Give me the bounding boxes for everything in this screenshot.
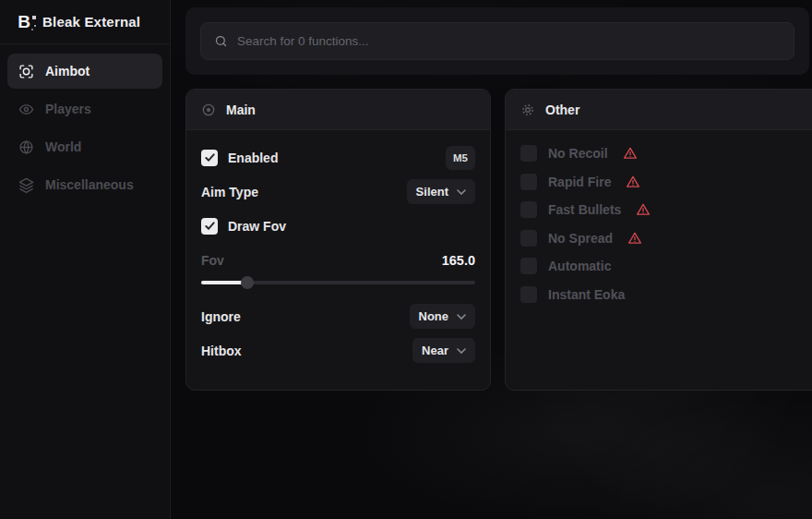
instant-eoka-checkbox[interactable] [520,286,537,303]
sidebar-header: B Bleak External [0,0,170,44]
sidebar-item-miscellaneous[interactable]: Miscellaneous [7,167,162,202]
rapid-fire-label: Rapid Fire [548,175,611,189]
no-recoil-checkbox[interactable] [520,145,537,162]
sidebar-item-label: Players [45,102,91,116]
crosshair-icon [18,64,34,79]
globe-icon [18,139,34,155]
search-icon [214,34,228,48]
panel-other: Other No Recoil Rapid Fire Fast Bullets [505,89,812,391]
panel-title: Main [226,103,256,117]
instant-eoka-row: Instant Eoka [520,286,808,303]
keybind-button[interactable]: M5 [446,146,475,170]
fov-row: Fov 165.0 [201,247,475,272]
hitbox-value: Near [422,344,448,357]
fov-label: Fov [201,253,224,268]
ignore-dropdown[interactable]: None [410,304,476,329]
warning-icon [627,231,642,246]
draw-fov-row: Draw Fov [201,213,475,238]
search-panel [185,7,809,75]
aim-type-row: Aim Type Silent [201,179,475,204]
draw-fov-checkbox[interactable] [201,218,218,235]
check-icon [205,152,215,163]
check-icon [205,221,215,231]
main-area: Main Enabled M5 Aim Type Silent [171,0,812,519]
hitbox-row: Hitbox Near [201,338,475,363]
ignore-row: Ignore None [201,304,475,329]
fast-bullets-label: Fast Bullets [548,202,621,217]
chevron-down-icon [457,189,466,195]
draw-fov-label: Draw Fov [228,219,286,234]
automatic-checkbox[interactable] [520,258,537,274]
fov-slider[interactable] [201,276,475,289]
fast-bullets-row: Fast Bullets [520,201,808,218]
no-spread-checkbox[interactable] [520,230,537,247]
fov-slider-thumb[interactable] [241,276,254,289]
sidebar: B Bleak External Aimbot Players [0,0,171,519]
sidebar-item-label: World [45,139,81,154]
panel-title: Other [545,103,579,117]
gear-icon [520,103,535,117]
sidebar-item-players[interactable]: Players [7,91,162,127]
panel-main: Main Enabled M5 Aim Type Silent [185,89,491,391]
hitbox-dropdown[interactable]: Near [412,338,475,363]
no-spread-row: No Spread [520,230,808,247]
panel-other-header: Other [506,90,812,130]
rapid-fire-row: Rapid Fire [520,174,808,190]
instant-eoka-label: Instant Eoka [548,287,625,302]
fast-bullets-checkbox[interactable] [520,201,537,218]
rapid-fire-checkbox[interactable] [520,174,537,190]
target-icon [201,103,216,117]
app-logo-icon: B [15,13,33,31]
chevron-down-icon [457,348,466,354]
app-window: { "app": { "title": "Bleak External", "l… [0,0,812,519]
aim-type-dropdown[interactable]: Silent [407,179,475,204]
sidebar-item-label: Miscellaneous [45,177,134,192]
automatic-label: Automatic [548,259,611,273]
no-recoil-row: No Recoil [520,145,808,162]
search-input[interactable] [237,34,781,48]
aim-type-label: Aim Type [201,185,258,199]
panel-main-body: Enabled M5 Aim Type Silent Draw Fov [186,130,490,387]
fov-value: 165.0 [442,253,475,268]
layers-icon [18,177,34,193]
sidebar-nav: Aimbot Players World [0,44,170,211]
panel-main-header: Main [186,90,490,130]
ignore-label: Ignore [201,309,241,324]
enabled-checkbox[interactable] [201,150,218,166]
no-recoil-label: No Recoil [548,146,608,161]
sidebar-item-aimbot[interactable]: Aimbot [7,54,162,89]
ignore-value: None [419,309,449,323]
panel-other-body: No Recoil Rapid Fire Fast Bullets [506,130,812,329]
enabled-row: Enabled M5 [201,145,475,170]
app-title: Bleak External [42,14,140,30]
search-box[interactable] [200,22,794,60]
warning-icon [626,175,640,189]
aim-type-value: Silent [416,185,448,199]
no-spread-label: No Spread [548,231,613,246]
enabled-label: Enabled [228,151,278,165]
automatic-row: Automatic [520,258,808,274]
hitbox-label: Hitbox [201,344,242,358]
warning-icon [623,146,638,161]
chevron-down-icon [457,314,466,320]
sidebar-item-world[interactable]: World [7,129,162,164]
warning-icon [636,202,651,217]
sidebar-item-label: Aimbot [45,64,90,78]
eye-icon [18,102,34,117]
